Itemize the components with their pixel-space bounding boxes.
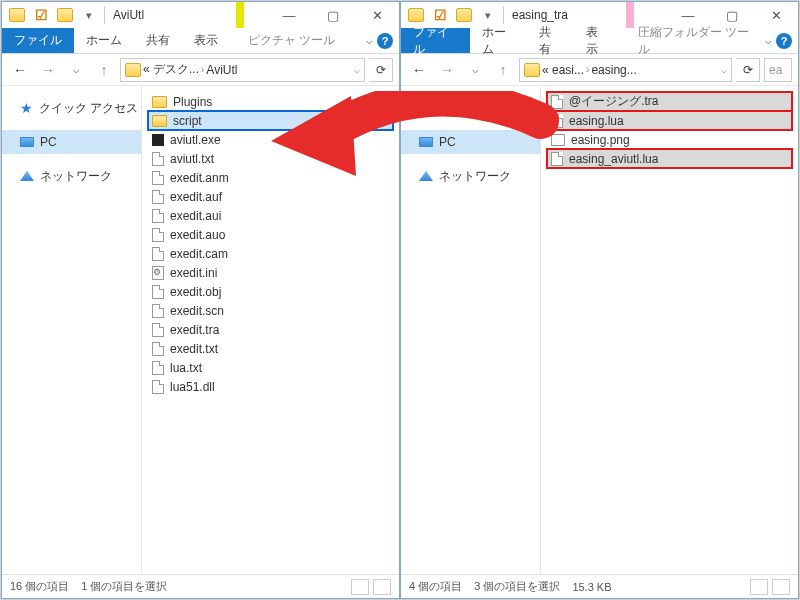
file-item[interactable]: exedit.auo — [148, 225, 393, 244]
ribbon-tab-view[interactable]: 表示 — [574, 28, 620, 53]
qat-dropdown[interactable]: ▾ — [78, 4, 100, 26]
close-button[interactable]: ✕ — [754, 2, 798, 28]
forward-button[interactable]: → — [435, 58, 459, 82]
file-icon — [551, 95, 563, 109]
file-name: exedit.aui — [170, 209, 221, 223]
ribbon-tab-picture-tools[interactable]: ピクチャ ツール — [236, 28, 347, 53]
chevron-down-icon[interactable]: ⌵ — [354, 64, 360, 75]
ribbon-tab-view[interactable]: 表示 — [182, 28, 230, 53]
file-item[interactable]: exedit.txt — [148, 339, 393, 358]
file-item[interactable]: lua.txt — [148, 358, 393, 377]
help-button[interactable]: ? — [377, 33, 393, 49]
pc-icon — [419, 137, 433, 147]
file-icon — [152, 304, 164, 318]
file-name: exedit.ini — [170, 266, 217, 280]
navigation-pane: ★クイック アクセス PC ネットワーク — [401, 86, 541, 574]
file-item[interactable]: exedit.tra — [148, 320, 393, 339]
file-list[interactable]: Pluginsscriptaviutl.exeaviutl.txtexedit.… — [142, 86, 399, 574]
maximize-button[interactable]: ▢ — [311, 2, 355, 28]
chevron-down-icon[interactable]: ⌵ — [721, 64, 727, 75]
file-item[interactable]: Plugins — [148, 92, 393, 111]
nav-network[interactable]: ネットワーク — [2, 164, 141, 188]
network-icon — [419, 171, 433, 181]
file-item[interactable]: exedit.aui — [148, 206, 393, 225]
file-item[interactable]: script — [148, 111, 393, 130]
file-item[interactable]: easing.lua — [547, 111, 792, 130]
ribbon-tab-file[interactable]: ファイル — [401, 28, 470, 53]
file-name: script — [173, 114, 202, 128]
file-item[interactable]: exedit.auf — [148, 187, 393, 206]
nav-quick-access[interactable]: ★クイック アクセス — [2, 96, 141, 120]
ribbon-collapse-icon[interactable]: ⌵ — [765, 34, 772, 47]
file-name: exedit.auo — [170, 228, 225, 242]
view-details-button[interactable] — [351, 579, 369, 595]
qat-new-folder-icon[interactable] — [54, 4, 76, 26]
chevron-right-icon: › — [201, 64, 204, 75]
ribbon: ファイル ホーム 共有 表示 圧縮フォルダー ツール ⌵ ? — [401, 28, 798, 54]
up-button[interactable]: ↑ — [92, 58, 116, 82]
file-item[interactable]: lua51.dll — [148, 377, 393, 396]
view-details-button[interactable] — [750, 579, 768, 595]
ribbon-tab-share[interactable]: 共有 — [134, 28, 182, 53]
file-item[interactable]: aviutl.exe — [148, 130, 393, 149]
file-item[interactable]: exedit.cam — [148, 244, 393, 263]
search-input[interactable]: ea — [764, 58, 792, 82]
nav-network[interactable]: ネットワーク — [401, 164, 540, 188]
file-item[interactable]: easing_aviutl.lua — [547, 149, 792, 168]
recent-dropdown[interactable]: ⌵ — [463, 58, 487, 82]
nav-pc[interactable]: PC — [2, 130, 141, 154]
qat-properties-icon[interactable]: ☑ — [30, 4, 52, 26]
file-icon — [152, 171, 164, 185]
nav-pc[interactable]: PC — [401, 130, 540, 154]
file-icon — [152, 361, 164, 375]
help-button[interactable]: ? — [776, 33, 792, 49]
address-bar: ← → ⌵ ↑ « デスク... › AviUtl ⌵ ⟳ — [2, 54, 399, 86]
back-button[interactable]: ← — [8, 58, 32, 82]
status-selection: 3 個の項目を選択 — [474, 579, 560, 594]
recent-dropdown[interactable]: ⌵ — [64, 58, 88, 82]
file-item[interactable]: exedit.obj — [148, 282, 393, 301]
file-name: exedit.scn — [170, 304, 224, 318]
ribbon-tab-file[interactable]: ファイル — [2, 28, 74, 53]
status-bar: 4 個の項目 3 個の項目を選択 15.3 KB — [401, 574, 798, 598]
file-item[interactable]: @イージング.tra — [547, 92, 792, 111]
view-large-button[interactable] — [772, 579, 790, 595]
back-button[interactable]: ← — [407, 58, 431, 82]
file-icon — [152, 190, 164, 204]
file-list[interactable]: @イージング.traeasing.luaeasing.pngeasing_avi… — [541, 86, 798, 574]
file-name: lua51.dll — [170, 380, 215, 394]
file-item[interactable]: aviutl.txt — [148, 149, 393, 168]
chevron-right-icon: › — [586, 64, 589, 75]
file-name: exedit.anm — [170, 171, 229, 185]
refresh-button[interactable]: ⟳ — [736, 58, 760, 82]
ribbon-tab-home[interactable]: ホーム — [74, 28, 134, 53]
ribbon: ファイル ホーム 共有 表示 ピクチャ ツール ⌵ ? — [2, 28, 399, 54]
forward-button[interactable]: → — [36, 58, 60, 82]
address-input[interactable]: « デスク... › AviUtl ⌵ — [120, 58, 365, 82]
minimize-button[interactable]: — — [267, 2, 311, 28]
folder-icon — [152, 115, 167, 127]
file-item[interactable]: exedit.ini — [148, 263, 393, 282]
close-button[interactable]: ✕ — [355, 2, 399, 28]
address-input[interactable]: « easi... › easing... ⌵ — [519, 58, 732, 82]
ribbon-collapse-icon[interactable]: ⌵ — [366, 34, 373, 47]
status-size: 15.3 KB — [572, 581, 611, 593]
file-name: exedit.txt — [170, 342, 218, 356]
qat-folder-icon[interactable] — [6, 4, 28, 26]
view-large-button[interactable] — [373, 579, 391, 595]
window-title: AviUtl — [113, 8, 144, 22]
file-icon — [152, 247, 164, 261]
ribbon-tab-home[interactable]: ホーム — [470, 28, 528, 53]
file-item[interactable]: exedit.scn — [148, 301, 393, 320]
up-button[interactable]: ↑ — [491, 58, 515, 82]
file-icon — [152, 323, 164, 337]
image-icon — [551, 134, 565, 146]
nav-quick-access[interactable]: ★クイック アクセス — [401, 96, 540, 120]
ribbon-tab-compressed-tools[interactable]: 圧縮フォルダー ツール — [626, 28, 765, 53]
file-icon — [152, 152, 164, 166]
ribbon-tab-share[interactable]: 共有 — [527, 28, 573, 53]
window-title: easing_tra — [512, 8, 568, 22]
file-item[interactable]: exedit.anm — [148, 168, 393, 187]
refresh-button[interactable]: ⟳ — [369, 58, 393, 82]
file-item[interactable]: easing.png — [547, 130, 792, 149]
